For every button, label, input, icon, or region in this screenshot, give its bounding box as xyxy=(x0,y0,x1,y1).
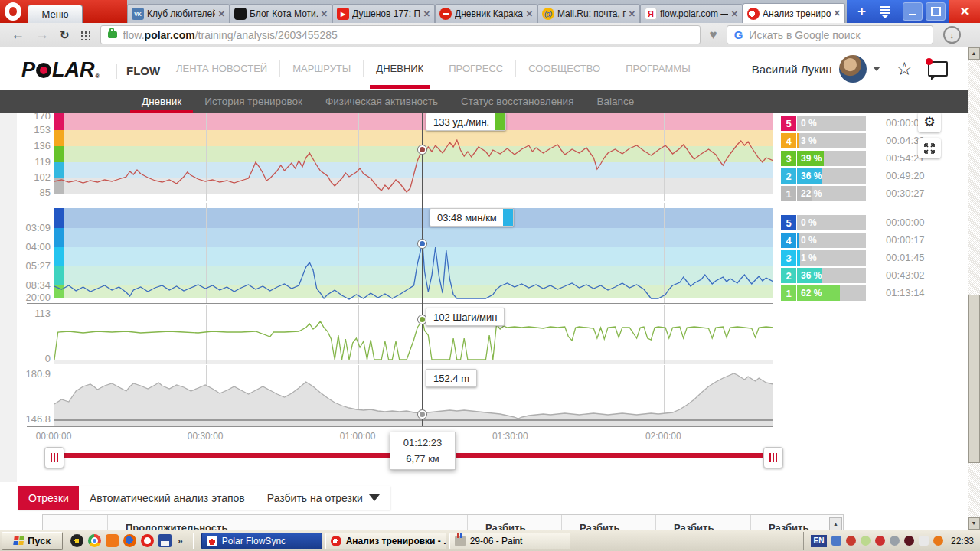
speed-dial-icon[interactable] xyxy=(80,31,90,40)
orange-icon[interactable] xyxy=(106,534,119,547)
tray-icon[interactable] xyxy=(846,536,856,546)
tray-icon[interactable] xyxy=(861,536,871,546)
range-slider-handle-left[interactable] xyxy=(44,447,64,468)
tray-icon[interactable] xyxy=(890,536,900,546)
start-button[interactable]: Пуск xyxy=(2,532,63,550)
browser-tab[interactable]: Клуб любителей Б✕ xyxy=(127,4,230,23)
maximize-button[interactable] xyxy=(926,2,946,21)
close-tab-icon[interactable]: ✕ xyxy=(731,9,738,19)
page-scrollbar[interactable]: ▲ ▼ xyxy=(968,47,980,530)
user-area: Василий Лукин ☆ xyxy=(752,47,948,90)
task-button[interactable]: 29-06 - Paint xyxy=(449,533,570,549)
save-icon[interactable] xyxy=(158,534,172,547)
nav-item-5[interactable]: ПРОГРАММЫ xyxy=(624,47,692,90)
pace-tooltip-value: 03:48 мин/км xyxy=(437,212,497,223)
subnav-item-4[interactable]: Balance xyxy=(585,90,645,113)
task-buttons: Polar FlowSyncАнализ тренировки - ...29-… xyxy=(198,533,570,549)
new-tab-icon[interactable]: + xyxy=(858,3,866,20)
pace-chart[interactable] xyxy=(54,203,773,303)
nav-divider xyxy=(363,60,364,77)
close-tab-icon[interactable]: ✕ xyxy=(526,9,533,19)
table-scroll-up-icon[interactable]: ▲ xyxy=(829,517,842,530)
fullscreen-button[interactable] xyxy=(918,138,941,158)
forward-icon[interactable]: → xyxy=(35,27,49,43)
back-icon[interactable]: ← xyxy=(11,27,24,43)
chart-settings-button[interactable]: ⚙ xyxy=(918,113,941,132)
nav-item-2[interactable]: ДНЕВНИК xyxy=(374,47,425,90)
browser-tab[interactable]: Душенов 177: Пут✕ xyxy=(332,4,435,23)
zone-bar: 1 % xyxy=(797,250,866,266)
quick-launch-overflow-icon[interactable]: » xyxy=(178,536,183,546)
nav-item-0[interactable]: ЛЕНТА НОВОСТЕЙ xyxy=(175,47,269,90)
tray-icon[interactable] xyxy=(904,536,914,546)
firefox-icon[interactable] xyxy=(123,534,136,547)
browser-tab[interactable]: Дневник Каракати✕ xyxy=(435,4,537,23)
tray-icon[interactable] xyxy=(831,536,841,546)
user-name[interactable]: Василий Лукин xyxy=(752,63,832,76)
address-bar: ← → ↻ flow.polar.com/training/analysis/2… xyxy=(0,23,980,47)
language-indicator[interactable]: EN xyxy=(811,535,827,547)
bookmark-heart-icon[interactable]: ♥ xyxy=(710,28,717,43)
daemon-icon[interactable] xyxy=(70,534,83,547)
chart-separator xyxy=(27,303,773,304)
segments-tab[interactable]: Отрезки xyxy=(18,486,79,510)
downloads-icon[interactable]: ↓ xyxy=(943,26,961,44)
browser-tab[interactable]: Mail.Ru: почта, по✕ xyxy=(537,4,640,23)
cadence-chart[interactable] xyxy=(54,305,773,364)
tray-icon[interactable] xyxy=(875,536,885,546)
scroll-up-icon[interactable]: ▲ xyxy=(968,47,980,60)
task-button[interactable]: Polar FlowSync xyxy=(201,533,322,549)
notifications-chat-icon[interactable] xyxy=(928,61,948,77)
chevron-down-icon[interactable] xyxy=(873,67,880,71)
range-slider-handle-right[interactable] xyxy=(763,447,783,468)
subnav-item-0[interactable]: Дневник xyxy=(130,90,193,113)
browser-menu-button[interactable]: Меню xyxy=(28,5,83,24)
cursor-crosshair[interactable] xyxy=(422,113,423,426)
url-field[interactable]: flow.polar.com/training/analysis/2603455… xyxy=(100,25,701,44)
avatar[interactable] xyxy=(839,55,867,83)
tray-icon[interactable] xyxy=(933,536,943,546)
hr-tooltip-value: 133 уд./мин. xyxy=(433,116,489,128)
close-tab-icon[interactable]: ✕ xyxy=(834,8,841,18)
subnav-item-2[interactable]: Физическая активность xyxy=(314,90,449,113)
cat-icon xyxy=(234,8,247,20)
nav-item-4[interactable]: СООБЩЕСТВО xyxy=(527,47,602,90)
opera-icon[interactable] xyxy=(141,534,154,547)
close-tab-icon[interactable]: ✕ xyxy=(321,9,328,19)
tab-list-icon[interactable] xyxy=(880,5,890,18)
close-tab-icon[interactable]: ✕ xyxy=(218,9,225,19)
zone-bar: 62 % xyxy=(797,285,866,301)
task-button[interactable]: Анализ тренировки - ... xyxy=(325,533,446,549)
subnav-item-3[interactable]: Статус восстановления xyxy=(449,90,586,113)
browser-tab[interactable]: Блог Кота Моти.✕ xyxy=(230,4,332,23)
scroll-down-icon[interactable]: ▼ xyxy=(968,517,980,530)
nav-item-1[interactable]: МАРШРУТЫ xyxy=(291,47,352,90)
close-tab-icon[interactable]: ✕ xyxy=(629,9,635,19)
nav-item-3[interactable]: ПРОГРЕСС xyxy=(447,47,505,90)
scrollbar-thumb[interactable] xyxy=(968,295,980,463)
browser-tab[interactable]: flow.polar.com — Я✕ xyxy=(640,4,743,23)
taskbar-clock[interactable]: 22:33 xyxy=(951,536,974,546)
altitude-chart[interactable] xyxy=(54,365,773,426)
minimize-button[interactable] xyxy=(903,2,923,21)
close-window-button[interactable]: ✕ xyxy=(949,0,980,23)
chrome-icon[interactable] xyxy=(88,534,101,547)
browser-tab[interactable]: Анализ тренировк✕ xyxy=(743,3,845,23)
task-button-label: Polar FlowSync xyxy=(222,536,286,546)
close-tab-icon[interactable]: ✕ xyxy=(423,9,430,19)
zone-number: 4 xyxy=(781,233,796,248)
expand-icon xyxy=(923,142,936,155)
subnav-item-1[interactable]: История тренировок xyxy=(193,90,314,113)
zone-percent: 1 % xyxy=(801,250,817,266)
polar-logo[interactable]: PLAR® xyxy=(21,58,100,82)
favorites-star-icon[interactable]: ☆ xyxy=(896,58,913,80)
reload-icon[interactable]: ↻ xyxy=(60,28,70,42)
vk-icon xyxy=(132,8,144,20)
heart-rate-chart[interactable] xyxy=(54,113,773,201)
split-to-segments-dropdown[interactable]: Разбить на отрезки xyxy=(256,486,390,510)
zone-row: 50 %00:00:00 xyxy=(781,215,925,230)
tray-icon[interactable] xyxy=(919,536,929,546)
polar-header: PLAR® FLOW ЛЕНТА НОВОСТЕЙМАРШРУТЫДНЕВНИК… xyxy=(0,47,980,90)
search-field[interactable]: G Искать в Google поиск xyxy=(727,25,933,44)
auto-lap-analysis-tab[interactable]: Автоматический анализ этапов xyxy=(79,486,256,510)
